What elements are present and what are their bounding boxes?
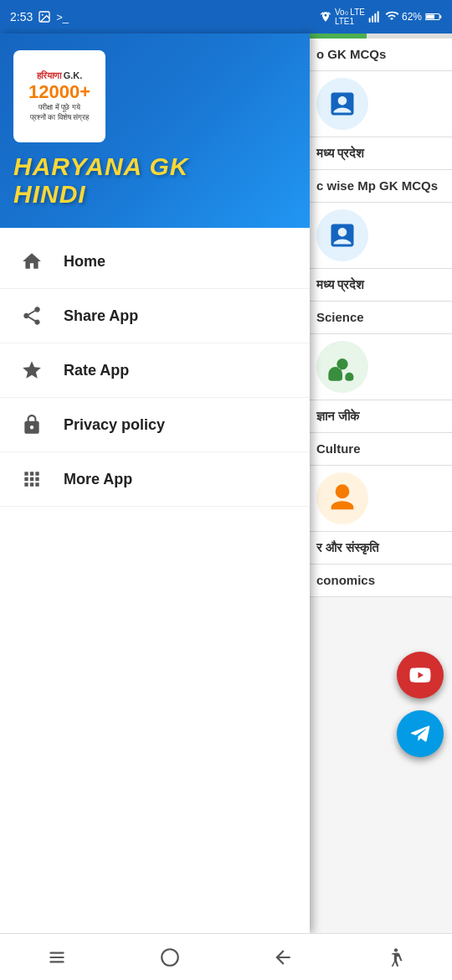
more-label: More App (64, 471, 132, 488)
svg-rect-4 (374, 13, 376, 23)
nav-item-share[interactable]: Share App (0, 289, 310, 343)
status-network: Vo₀ LTELTE1 (335, 8, 365, 26)
share-icon (20, 304, 44, 328)
nav-back-icon (272, 946, 294, 968)
status-time: 2:53 (10, 10, 33, 23)
behind-item-8: र और संस्कृति (316, 540, 378, 554)
menu-lines-icon (46, 946, 68, 968)
behind-item-3: c wise Mp GK MCQs (316, 178, 438, 193)
thumb-4 (316, 472, 368, 524)
svg-rect-10 (49, 956, 64, 957)
svg-rect-12 (162, 949, 178, 966)
nav-item-more[interactable]: More App (0, 452, 310, 507)
nav-list: Home Share App Rate App (0, 228, 310, 933)
share-label: Share App (64, 307, 138, 325)
svg-rect-8 (439, 15, 441, 18)
navigation-drawer: हरियाणा G.K. 12000+ परीक्षा में पूछे गये… (0, 34, 310, 933)
status-right: Vo₀ LTELTE1 62% (320, 8, 442, 26)
rate-label: Rate App (64, 362, 129, 379)
logo-hindi-text: हरियाणा G.K. (37, 70, 83, 81)
app-title: HARYANA GK HINDI (13, 152, 296, 208)
behind-item-1: o GK MCQs (316, 47, 386, 61)
image-icon (38, 10, 51, 23)
star-icon (20, 358, 44, 382)
bottom-nav (0, 933, 452, 980)
battery-icon (425, 11, 442, 23)
svg-rect-5 (378, 11, 379, 22)
svg-rect-3 (372, 16, 373, 23)
logo-number: 12000+ (28, 83, 90, 101)
battery-level: 62% (402, 11, 422, 23)
nav-accessibility-button[interactable] (371, 941, 421, 974)
home-icon (20, 250, 44, 273)
app-logo: हरियाणा G.K. 12000+ परीक्षा में पूछे गये… (13, 50, 105, 142)
nav-item-privacy[interactable]: Privacy policy (0, 398, 310, 452)
thumb-3 (316, 341, 368, 393)
nav-menu-button[interactable] (32, 941, 82, 974)
svg-rect-11 (49, 961, 64, 962)
behind-item-4: मध्य प्रदेश (316, 277, 364, 291)
nav-accessibility-icon (385, 946, 407, 968)
thumb-2 (316, 209, 368, 261)
behind-item-7: Culture (316, 441, 361, 456)
behind-item-9: conomics (316, 573, 375, 587)
home-label: Home (64, 253, 105, 271)
svg-point-13 (393, 948, 397, 952)
telegram-icon (408, 721, 433, 746)
signal-icon (368, 10, 382, 23)
svg-point-1 (42, 14, 44, 16)
nav-home-button[interactable] (145, 941, 195, 974)
main-behind-content: o GK MCQs मध्य प्रदेश c wise Mp GK MCQs … (310, 34, 452, 933)
behind-item-6: ज्ञान जीके (316, 409, 359, 423)
drawer-overlay: हरियाणा G.K. 12000+ परीक्षा में पूछे गये… (0, 34, 452, 933)
drawer-header: हरियाणा G.K. 12000+ परीक्षा में पूछे गये… (0, 34, 310, 228)
nav-home-icon (159, 946, 181, 968)
status-left: 2:53 >_ (10, 10, 69, 23)
status-bar: 2:53 >_ Vo₀ LTELTE1 62% (0, 0, 452, 34)
svg-rect-9 (49, 952, 64, 953)
youtube-fab[interactable] (397, 652, 444, 699)
telegram-fab[interactable] (397, 710, 444, 757)
svg-rect-7 (426, 15, 434, 19)
privacy-label: Privacy policy (64, 416, 165, 434)
lock-icon (20, 413, 44, 436)
youtube-icon (408, 663, 433, 688)
main-content-dimmed: o GK MCQs मध्य प्रदेश c wise Mp GK MCQs … (310, 34, 452, 933)
nav-back-button[interactable] (258, 941, 308, 974)
logo-subtitle: परीक्षा में पूछे गयेप्रश्नों का विशेष सं… (30, 103, 90, 122)
nav-item-rate[interactable]: Rate App (0, 343, 310, 398)
grid-icon (20, 467, 44, 491)
thumb-1 (316, 78, 368, 130)
behind-item-5: Science (316, 310, 364, 324)
wifi-icon (385, 10, 398, 23)
alarm-icon (320, 11, 331, 23)
behind-item-2: मध्य प्रदेश (316, 146, 364, 160)
status-terminal: >_ (56, 11, 69, 23)
nav-item-home[interactable]: Home (0, 235, 310, 289)
svg-rect-2 (369, 18, 371, 22)
